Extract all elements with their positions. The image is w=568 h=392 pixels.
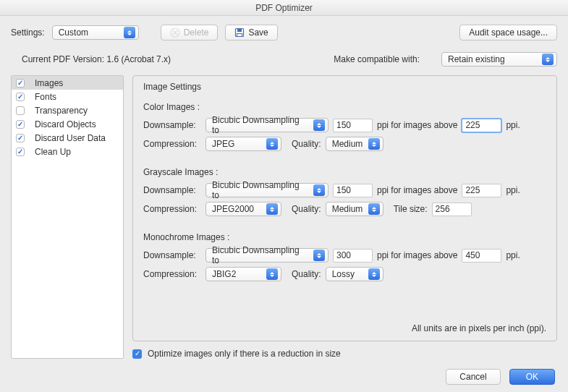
mono-downsample-select[interactable]: Bicubic Downsampling to <box>205 248 328 263</box>
downsample-label: Downsample: <box>143 120 201 130</box>
mono-ppi-input[interactable]: 300 <box>333 249 373 263</box>
color-ppi-input[interactable]: 150 <box>333 119 373 132</box>
optimize-checkbox[interactable] <box>132 349 142 359</box>
updown-arrows-icon <box>313 184 325 196</box>
select-value: Bicubic Downsampling to <box>212 180 309 200</box>
gray-quality-select[interactable]: Medium <box>326 202 383 216</box>
settings-select[interactable]: Custom <box>52 25 139 40</box>
updown-arrows-icon <box>266 138 278 150</box>
color-downsample-select[interactable]: Bicubic Downsampling to <box>205 118 328 132</box>
svg-rect-4 <box>237 29 242 32</box>
color-images-title: Color Images : <box>143 102 546 112</box>
sidebar-item-label: Discard Objects <box>35 119 96 129</box>
updown-arrows-icon <box>313 250 325 261</box>
updown-arrows-icon <box>368 138 380 150</box>
delete-button[interactable]: Delete <box>161 25 219 41</box>
optimize-label: Optimize images only if there is a reduc… <box>148 349 341 359</box>
compression-label: Compression: <box>143 139 201 149</box>
above-label: ppi for images above <box>377 250 457 260</box>
mono-compression-select[interactable]: JBIG2 <box>205 267 281 281</box>
delete-label: Delete <box>184 27 209 38</box>
quality-label: Quality: <box>292 139 321 149</box>
select-value: JPEG2000 <box>212 204 254 214</box>
updown-arrows-icon <box>368 268 380 280</box>
compatible-label: Make compatible with: <box>334 54 420 64</box>
select-value: JBIG2 <box>212 269 236 279</box>
units-note: All units are in pixels per inch (ppi). <box>143 323 546 333</box>
select-value: JPEG <box>212 139 234 149</box>
quality-label: Quality: <box>292 269 321 279</box>
updown-arrows-icon <box>124 27 135 38</box>
above-label: ppi for images above <box>377 120 457 130</box>
sidebar-checkbox[interactable] <box>16 106 25 115</box>
gray-ppi-input[interactable]: 150 <box>333 184 373 197</box>
current-pdf-version: Current PDF Version: 1.6 (Acrobat 7.x) <box>22 54 171 64</box>
save-label: Save <box>248 27 268 38</box>
sidebar-checkbox[interactable] <box>16 134 25 142</box>
monochrome-images-title: Monochrome Images : <box>143 232 546 242</box>
gray-downsample-select[interactable]: Bicubic Downsampling to <box>205 183 328 197</box>
image-settings-panel: Image Settings Color Images : Downsample… <box>132 75 557 341</box>
sidebar-item-label: Transparency <box>35 106 88 116</box>
ppi-suffix: ppi. <box>506 120 520 130</box>
sidebar-item-label: Clean Up <box>35 147 71 157</box>
gray-above-input[interactable]: 225 <box>462 184 501 197</box>
settings-label: Settings: <box>11 27 45 38</box>
downsample-label: Downsample: <box>143 250 201 260</box>
above-label: ppi for images above <box>377 185 457 195</box>
mono-quality-select[interactable]: Lossy <box>326 267 383 281</box>
compatible-select[interactable]: Retain existing <box>441 52 557 67</box>
cancel-button[interactable]: Cancel <box>446 369 500 385</box>
version-row: Current PDF Version: 1.6 (Acrobat 7.x) M… <box>0 45 568 75</box>
sidebar-checkbox[interactable] <box>16 79 25 88</box>
color-compression-select[interactable]: JPEG <box>205 137 281 151</box>
color-quality-select[interactable]: Medium <box>326 137 383 151</box>
compression-label: Compression: <box>143 269 201 279</box>
delete-icon <box>170 27 180 38</box>
sidebar-checkbox[interactable] <box>16 148 25 156</box>
downsample-label: Downsample: <box>143 185 201 195</box>
select-value: Medium <box>332 139 363 149</box>
window-title: PDF Optimizer <box>0 0 568 16</box>
ppi-suffix: ppi. <box>506 185 520 195</box>
updown-arrows-icon <box>266 268 278 280</box>
sidebar-item-images[interactable]: Images <box>12 76 123 90</box>
ok-button[interactable]: OK <box>509 369 555 385</box>
mono-above-input[interactable]: 450 <box>462 249 501 263</box>
updown-arrows-icon <box>542 54 554 65</box>
sidebar-checkbox[interactable] <box>16 120 25 129</box>
select-value: Lossy <box>332 269 355 279</box>
audit-label: Audit space usage... <box>469 27 548 38</box>
sidebar: Images Fonts Transparency Discard Object… <box>11 75 124 359</box>
sidebar-item-discard-objects[interactable]: Discard Objects <box>12 117 123 131</box>
sidebar-item-transparency[interactable]: Transparency <box>12 103 123 117</box>
color-above-input[interactable]: 225 <box>462 119 501 132</box>
settings-value: Custom <box>59 27 88 38</box>
gray-tile-input[interactable]: 256 <box>432 203 472 216</box>
sidebar-item-clean-up[interactable]: Clean Up <box>12 145 123 158</box>
ppi-suffix: ppi. <box>506 250 520 260</box>
tile-size-label: Tile size: <box>394 204 428 214</box>
select-value: Medium <box>332 204 363 214</box>
save-icon <box>234 27 245 38</box>
audit-space-usage-button[interactable]: Audit space usage... <box>459 25 557 41</box>
compatible-value: Retain existing <box>448 54 505 64</box>
toolbar: Settings: Custom Delete Save Audit space… <box>0 16 568 45</box>
updown-arrows-icon <box>266 203 278 215</box>
updown-arrows-icon <box>313 119 325 131</box>
save-button[interactable]: Save <box>225 25 277 41</box>
sidebar-item-label: Fonts <box>35 92 56 102</box>
sidebar-item-fonts[interactable]: Fonts <box>12 90 123 103</box>
select-value: Bicubic Downsampling to <box>212 115 309 135</box>
updown-arrows-icon <box>368 203 380 215</box>
quality-label: Quality: <box>292 204 321 214</box>
grayscale-images-title: Grayscale Images : <box>143 167 546 177</box>
panel-title: Image Settings <box>143 82 546 92</box>
sidebar-item-label: Discard User Data <box>35 133 106 143</box>
sidebar-item-discard-user-data[interactable]: Discard User Data <box>12 131 123 145</box>
sidebar-item-label: Images <box>35 78 63 88</box>
compression-label: Compression: <box>143 204 201 214</box>
select-value: Bicubic Downsampling to <box>212 245 309 265</box>
sidebar-checkbox[interactable] <box>16 93 25 101</box>
gray-compression-select[interactable]: JPEG2000 <box>205 202 281 216</box>
